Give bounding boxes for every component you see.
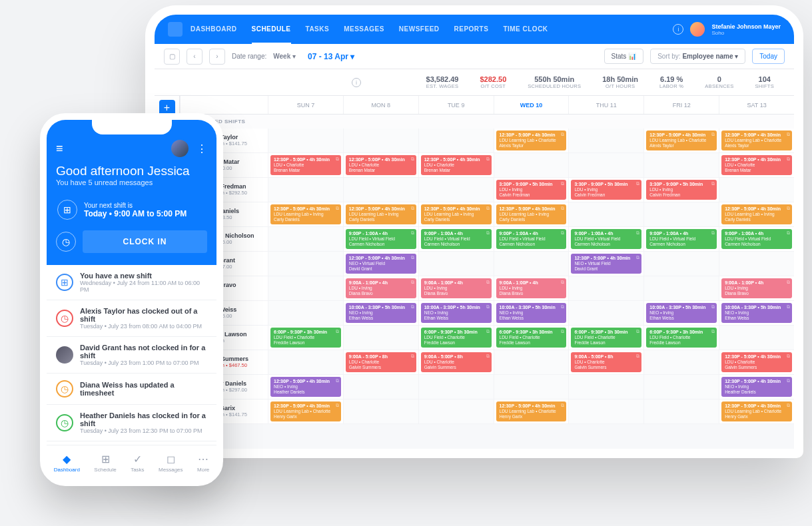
shift-block[interactable]: ⧉3:30P - 9:00P • 5h 30minLDU • IrvingCal…	[571, 180, 641, 200]
copy-icon[interactable]: ⧉	[787, 280, 790, 285]
shift-block[interactable]: ⧉12:30P - 5:00P • 4h 30minNEO • IrvingHe…	[270, 377, 341, 397]
day-cell[interactable]: ⧉3:30P - 9:00P • 5h 30minLDU • IrvingCal…	[568, 178, 643, 202]
shift-block[interactable]: ⧉3:30P - 9:00P • 5h 30minLDU • IrvingCal…	[646, 180, 717, 200]
shift-block[interactable]: ⧉10:00A - 3:30P • 5h 30minNEO • IrvingEt…	[421, 303, 492, 323]
nav-tasks[interactable]: TASKS	[306, 15, 330, 44]
day-cell[interactable]: ⧉10:00A - 3:30P • 5h 30minNEO • IrvingEt…	[719, 301, 794, 325]
shift-block[interactable]: ⧉12:30P - 5:00P • 4h 30minNEO • IrvingHe…	[721, 377, 792, 397]
day-cell[interactable]: ⧉12:30P - 5:00P • 4h 30minLDU Learning L…	[268, 202, 343, 226]
shift-block[interactable]: ⧉12:30P - 5:00P • 4h 30minNEO • Virtual …	[346, 254, 416, 274]
day-cell[interactable]	[418, 252, 494, 276]
user-avatar[interactable]	[171, 140, 189, 157]
shift-block[interactable]: ⧉12:30P - 5:00P • 4h 30minLDU Learning L…	[421, 204, 492, 224]
shift-block[interactable]: ⧉12:30P - 5:00P • 4h 30minLDU • Charlott…	[421, 155, 492, 175]
shift-block[interactable]: ⧉12:30P - 5:00P • 4h 30minLDU Learning L…	[496, 204, 567, 224]
user-block[interactable]: Stefanie Johnson Mayer Soho	[711, 23, 781, 36]
day-cell[interactable]	[494, 350, 569, 374]
copy-icon[interactable]: ⧉	[711, 181, 715, 186]
day-cell[interactable]	[643, 350, 719, 374]
shift-block[interactable]: ⧉12:30P - 5:00P • 4h 30minLDU Learning L…	[496, 401, 567, 421]
next-shift-card[interactable]: ⊞ Your next shift is Today • 9:00 AM to …	[56, 196, 207, 224]
shift-block[interactable]: ⧉9:00A - 1:00P • 4hLDU • IrvingDiana Bra…	[721, 278, 792, 298]
copy-icon[interactable]: ⧉	[561, 329, 564, 334]
copy-icon[interactable]: ⧉	[787, 132, 790, 137]
day-header[interactable]: SAT 13	[719, 96, 794, 114]
day-cell[interactable]: ⧉6:00P - 9:30P • 3h 30minLDU Field • Cha…	[643, 326, 719, 350]
shift-block[interactable]: ⧉10:00A - 3:30P • 5h 30minNEO • IrvingEt…	[721, 303, 792, 323]
day-cell[interactable]: ⧉10:00A - 3:30P • 5h 30minNEO • IrvingEt…	[494, 301, 569, 325]
select-all-checkbox[interactable]: ▢	[164, 49, 180, 65]
day-cell[interactable]	[268, 227, 343, 251]
day-cell[interactable]: ⧉6:00P - 9:30P • 3h 30minLDU Field • Cha…	[494, 326, 569, 350]
nav-newsfeed[interactable]: NEWSFEED	[399, 15, 440, 44]
copy-icon[interactable]: ⧉	[787, 403, 790, 408]
day-cell[interactable]	[343, 326, 418, 350]
shift-block[interactable]: ⧉3:30P - 9:00P • 5h 30minLDU • IrvingCal…	[496, 180, 567, 200]
nav-dashboard[interactable]: DASHBOARD	[191, 15, 237, 44]
day-cell[interactable]: ⧉12:30P - 5:00P • 4h 30minLDU Learning L…	[719, 202, 794, 226]
copy-icon[interactable]: ⧉	[787, 354, 790, 359]
day-cell[interactable]: ⧉12:30P - 5:00P • 4h 30minNEO • Virtual …	[568, 252, 643, 276]
feed-item[interactable]: ⊞You have a new shiftWednesday • July 24…	[47, 265, 216, 300]
copy-icon[interactable]: ⧉	[561, 181, 564, 186]
shift-block[interactable]: ⧉12:30P - 5:00P • 4h 30minLDU Learning L…	[646, 131, 717, 150]
day-cell[interactable]	[643, 153, 719, 177]
copy-icon[interactable]: ⧉	[561, 280, 564, 285]
shift-block[interactable]: ⧉9:00A - 5:00P • 8hLDU • CharlotteGalvin…	[346, 352, 416, 372]
shift-block[interactable]: ⧉12:30P - 5:00P • 4h 30minLDU • Charlott…	[346, 155, 416, 175]
day-cell[interactable]: ⧉12:30P - 5:00P • 4h 30minNEO • IrvingHe…	[719, 375, 794, 399]
info-icon[interactable]: i	[352, 78, 361, 87]
next-week-button[interactable]: ›	[209, 49, 225, 65]
shift-block[interactable]: ⧉12:30P - 5:00P • 4h 30minLDU • Charlott…	[721, 155, 792, 175]
copy-icon[interactable]: ⧉	[787, 156, 790, 162]
copy-icon[interactable]: ⧉	[636, 255, 639, 260]
day-cell[interactable]: ⧉6:00P - 9:30P • 3h 30minLDU Field • Cha…	[418, 326, 494, 350]
day-cell[interactable]: ⧉3:30P - 9:00P • 5h 30minLDU • IrvingCal…	[643, 178, 719, 202]
copy-icon[interactable]: ⧉	[486, 156, 490, 162]
user-avatar[interactable]	[690, 22, 705, 37]
day-cell[interactable]: ⧉12:30P - 5:00P • 4h 30minLDU Learning L…	[418, 202, 494, 226]
day-cell[interactable]	[643, 276, 719, 300]
copy-icon[interactable]: ⧉	[411, 230, 414, 236]
day-cell[interactable]	[343, 129, 418, 152]
day-cell[interactable]	[268, 276, 343, 300]
copy-icon[interactable]: ⧉	[411, 255, 414, 260]
day-cell[interactable]	[719, 326, 794, 350]
day-cell[interactable]: ⧉12:30P - 5:00P • 4h 30minLDU • Charlott…	[418, 153, 494, 177]
day-cell[interactable]	[268, 301, 343, 325]
copy-icon[interactable]: ⧉	[336, 378, 339, 384]
shift-block[interactable]: ⧉12:30P - 5:00P • 4h 30minLDU Learning L…	[270, 204, 341, 224]
shift-block[interactable]: ⧉10:00A - 3:30P • 5h 30minNEO • IrvingEt…	[346, 303, 416, 323]
day-cell[interactable]	[494, 153, 569, 177]
shift-block[interactable]: ⧉10:00A - 3:30P • 5h 30minNEO • IrvingEt…	[496, 303, 567, 323]
day-cell[interactable]: ⧉10:00A - 3:30P • 5h 30minNEO • IrvingEt…	[643, 301, 719, 325]
day-cell[interactable]: ⧉9:00P - 1:00A • 4hLDU Field • Virtual F…	[643, 227, 719, 251]
day-cell[interactable]	[268, 350, 343, 374]
day-cell[interactable]	[568, 375, 643, 399]
copy-icon[interactable]: ⧉	[787, 304, 790, 310]
copy-icon[interactable]: ⧉	[561, 304, 564, 310]
day-header[interactable]: TUE 9	[418, 96, 494, 114]
copy-icon[interactable]: ⧉	[711, 132, 715, 137]
copy-icon[interactable]: ⧉	[336, 156, 339, 162]
day-cell[interactable]: ⧉9:00A - 5:00P • 8hLDU • CharlotteGalvin…	[343, 350, 418, 374]
day-cell[interactable]	[343, 375, 418, 399]
copy-icon[interactable]: ⧉	[561, 132, 564, 137]
copy-icon[interactable]: ⧉	[636, 230, 639, 236]
day-cell[interactable]: ⧉9:00A - 5:00P • 8hLDU • CharlotteGalvin…	[418, 350, 494, 374]
day-header[interactable]: THU 11	[568, 96, 643, 114]
day-cell[interactable]	[418, 375, 494, 399]
day-cell[interactable]	[643, 399, 719, 423]
day-cell[interactable]: ⧉12:30P - 5:00P • 4h 30minNEO • Virtual …	[343, 252, 418, 276]
day-header[interactable]: MON 8	[343, 96, 418, 114]
copy-icon[interactable]: ⧉	[787, 206, 790, 211]
prev-week-button[interactable]: ‹	[187, 49, 203, 65]
shift-block[interactable]: ⧉6:00P - 9:30P • 3h 30minLDU Field • Cha…	[270, 328, 341, 348]
day-cell[interactable]: ⧉9:00A - 1:00P • 4hLDU • IrvingDiana Bra…	[343, 276, 418, 300]
day-cell[interactable]	[343, 399, 418, 423]
shift-block[interactable]: ⧉9:00P - 1:00A • 4hLDU Field • Virtual F…	[721, 229, 792, 249]
nav-time clock[interactable]: TIME CLOCK	[503, 15, 548, 44]
stats-button[interactable]: Stats 📊	[604, 49, 644, 64]
day-cell[interactable]	[268, 178, 343, 202]
day-cell[interactable]	[719, 252, 794, 276]
